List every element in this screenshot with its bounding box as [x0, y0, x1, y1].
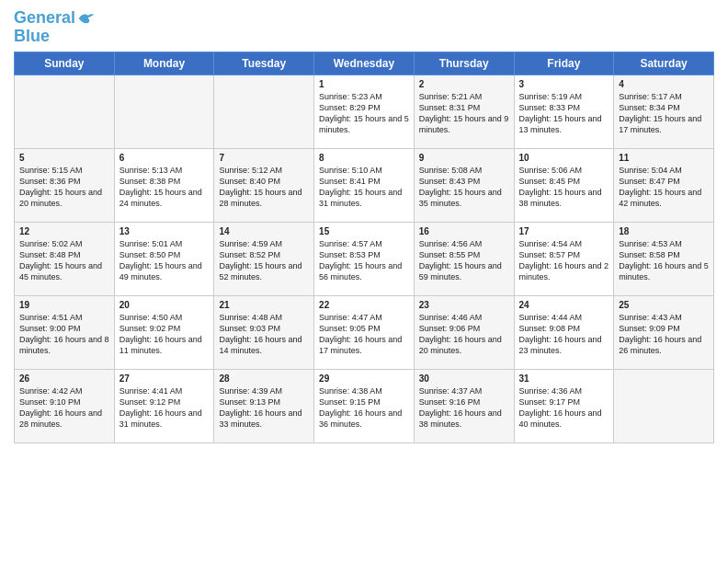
day-number: 1	[319, 79, 409, 89]
day-number: 8	[319, 153, 409, 163]
day-number: 10	[519, 153, 609, 163]
week-row-4: 26Sunrise: 4:42 AMSunset: 9:10 PMDayligh…	[15, 369, 714, 442]
calendar-cell: 25Sunrise: 4:43 AMSunset: 9:09 PMDayligh…	[614, 295, 714, 369]
calendar-cell	[15, 75, 115, 148]
col-header-tuesday: Tuesday	[214, 52, 314, 75]
calendar-cell: 3Sunrise: 5:19 AMSunset: 8:33 PMDaylight…	[514, 75, 614, 148]
day-info: Sunrise: 5:21 AMSunset: 8:31 PMDaylight:…	[419, 91, 509, 136]
day-info: Sunrise: 4:39 AMSunset: 9:13 PMDaylight:…	[219, 385, 309, 431]
day-number: 9	[419, 153, 509, 163]
calendar-cell	[614, 369, 714, 442]
day-info: Sunrise: 5:15 AMSunset: 8:36 PMDaylight:…	[19, 165, 109, 210]
calendar-cell: 30Sunrise: 4:37 AMSunset: 9:16 PMDayligh…	[414, 369, 514, 442]
day-number: 3	[519, 79, 609, 89]
day-info: Sunrise: 4:46 AMSunset: 9:06 PMDaylight:…	[419, 312, 509, 357]
day-number: 15	[319, 226, 409, 236]
col-header-thursday: Thursday	[414, 52, 514, 75]
day-info: Sunrise: 4:47 AMSunset: 9:05 PMDaylight:…	[319, 312, 409, 357]
day-info: Sunrise: 4:51 AMSunset: 9:00 PMDaylight:…	[19, 312, 109, 357]
day-number: 7	[219, 153, 309, 163]
calendar-cell: 12Sunrise: 5:02 AMSunset: 8:48 PMDayligh…	[15, 222, 115, 295]
col-header-sunday: Sunday	[15, 52, 115, 75]
calendar-cell: 29Sunrise: 4:38 AMSunset: 9:15 PMDayligh…	[314, 369, 415, 442]
day-info: Sunrise: 4:36 AMSunset: 9:17 PMDaylight:…	[519, 385, 609, 431]
calendar-cell: 23Sunrise: 4:46 AMSunset: 9:06 PMDayligh…	[414, 295, 514, 369]
day-info: Sunrise: 5:06 AMSunset: 8:45 PMDaylight:…	[519, 165, 609, 210]
day-info: Sunrise: 4:50 AMSunset: 9:02 PMDaylight:…	[119, 312, 210, 357]
day-info: Sunrise: 4:41 AMSunset: 9:12 PMDaylight:…	[119, 385, 210, 431]
calendar-cell: 16Sunrise: 4:56 AMSunset: 8:55 PMDayligh…	[414, 222, 514, 295]
day-number: 30	[419, 373, 509, 384]
calendar-cell	[114, 75, 214, 148]
day-number: 2	[419, 79, 509, 89]
day-info: Sunrise: 5:12 AMSunset: 8:40 PMDaylight:…	[219, 165, 309, 210]
day-number: 22	[319, 300, 409, 310]
day-info: Sunrise: 5:23 AMSunset: 8:29 PMDaylight:…	[319, 91, 409, 136]
header-row: SundayMondayTuesdayWednesdayThursdayFrid…	[15, 52, 714, 75]
day-info: Sunrise: 4:54 AMSunset: 8:57 PMDaylight:…	[519, 238, 609, 283]
col-header-saturday: Saturday	[614, 52, 714, 75]
calendar-cell: 20Sunrise: 4:50 AMSunset: 9:02 PMDayligh…	[114, 295, 214, 369]
calendar-cell: 19Sunrise: 4:51 AMSunset: 9:00 PMDayligh…	[15, 295, 115, 369]
calendar-cell: 15Sunrise: 4:57 AMSunset: 8:53 PMDayligh…	[314, 222, 415, 295]
calendar-cell: 7Sunrise: 5:12 AMSunset: 8:40 PMDaylight…	[214, 148, 314, 222]
calendar-cell: 24Sunrise: 4:44 AMSunset: 9:08 PMDayligh…	[514, 295, 614, 369]
day-number: 25	[619, 300, 709, 310]
day-info: Sunrise: 5:17 AMSunset: 8:34 PMDaylight:…	[619, 91, 709, 136]
day-info: Sunrise: 4:56 AMSunset: 8:55 PMDaylight:…	[419, 238, 509, 283]
calendar-cell: 2Sunrise: 5:21 AMSunset: 8:31 PMDaylight…	[414, 75, 514, 148]
day-number: 23	[419, 300, 509, 310]
day-number: 17	[519, 226, 609, 236]
calendar-cell	[214, 75, 314, 148]
logo-text: General	[14, 9, 75, 28]
day-number: 20	[119, 300, 210, 310]
calendar-cell: 22Sunrise: 4:47 AMSunset: 9:05 PMDayligh…	[314, 295, 415, 369]
calendar-cell: 13Sunrise: 5:01 AMSunset: 8:50 PMDayligh…	[114, 222, 214, 295]
day-info: Sunrise: 4:42 AMSunset: 9:10 PMDaylight:…	[19, 385, 109, 431]
week-row-2: 12Sunrise: 5:02 AMSunset: 8:48 PMDayligh…	[15, 222, 714, 295]
day-number: 28	[219, 373, 309, 384]
day-number: 6	[119, 153, 210, 163]
logo-general: General	[14, 8, 75, 27]
calendar-cell: 17Sunrise: 4:54 AMSunset: 8:57 PMDayligh…	[514, 222, 614, 295]
col-header-friday: Friday	[514, 52, 614, 75]
day-number: 27	[119, 373, 210, 384]
day-info: Sunrise: 4:37 AMSunset: 9:16 PMDaylight:…	[419, 385, 509, 431]
day-info: Sunrise: 4:53 AMSunset: 8:58 PMDaylight:…	[619, 238, 709, 283]
day-info: Sunrise: 5:04 AMSunset: 8:47 PMDaylight:…	[619, 165, 709, 210]
week-row-1: 5Sunrise: 5:15 AMSunset: 8:36 PMDaylight…	[15, 148, 714, 222]
week-row-0: 1Sunrise: 5:23 AMSunset: 8:29 PMDaylight…	[15, 75, 714, 148]
day-info: Sunrise: 5:02 AMSunset: 8:48 PMDaylight:…	[19, 238, 109, 283]
day-number: 19	[19, 300, 109, 310]
day-number: 26	[19, 373, 109, 384]
day-number: 18	[619, 226, 709, 236]
day-number: 13	[119, 226, 210, 236]
day-info: Sunrise: 5:19 AMSunset: 8:33 PMDaylight:…	[519, 91, 609, 136]
day-number: 14	[219, 226, 309, 236]
day-info: Sunrise: 4:48 AMSunset: 9:03 PMDaylight:…	[219, 312, 309, 357]
day-number: 21	[219, 300, 309, 310]
calendar-cell: 11Sunrise: 5:04 AMSunset: 8:47 PMDayligh…	[614, 148, 714, 222]
header: General Blue	[14, 9, 714, 46]
calendar-cell: 21Sunrise: 4:48 AMSunset: 9:03 PMDayligh…	[214, 295, 314, 369]
day-number: 5	[19, 153, 109, 163]
col-header-monday: Monday	[114, 52, 214, 75]
calendar-cell: 14Sunrise: 4:59 AMSunset: 8:52 PMDayligh…	[214, 222, 314, 295]
day-info: Sunrise: 4:43 AMSunset: 9:09 PMDaylight:…	[619, 312, 709, 357]
day-info: Sunrise: 4:44 AMSunset: 9:08 PMDaylight:…	[519, 312, 609, 357]
day-number: 24	[519, 300, 609, 310]
day-info: Sunrise: 4:57 AMSunset: 8:53 PMDaylight:…	[319, 238, 409, 283]
calendar-cell: 18Sunrise: 4:53 AMSunset: 8:58 PMDayligh…	[614, 222, 714, 295]
day-number: 31	[519, 373, 609, 384]
day-number: 29	[319, 373, 409, 384]
day-number: 4	[619, 79, 709, 89]
calendar-cell: 5Sunrise: 5:15 AMSunset: 8:36 PMDaylight…	[15, 148, 115, 222]
col-header-wednesday: Wednesday	[314, 52, 415, 75]
calendar-cell: 10Sunrise: 5:06 AMSunset: 8:45 PMDayligh…	[514, 148, 614, 222]
day-info: Sunrise: 4:38 AMSunset: 9:15 PMDaylight:…	[319, 385, 409, 431]
week-row-3: 19Sunrise: 4:51 AMSunset: 9:00 PMDayligh…	[15, 295, 714, 369]
logo-blue: Blue	[14, 28, 96, 46]
calendar-cell: 8Sunrise: 5:10 AMSunset: 8:41 PMDaylight…	[314, 148, 415, 222]
calendar-table: SundayMondayTuesdayWednesdayThursdayFrid…	[14, 52, 714, 443]
calendar-cell: 9Sunrise: 5:08 AMSunset: 8:43 PMDaylight…	[414, 148, 514, 222]
